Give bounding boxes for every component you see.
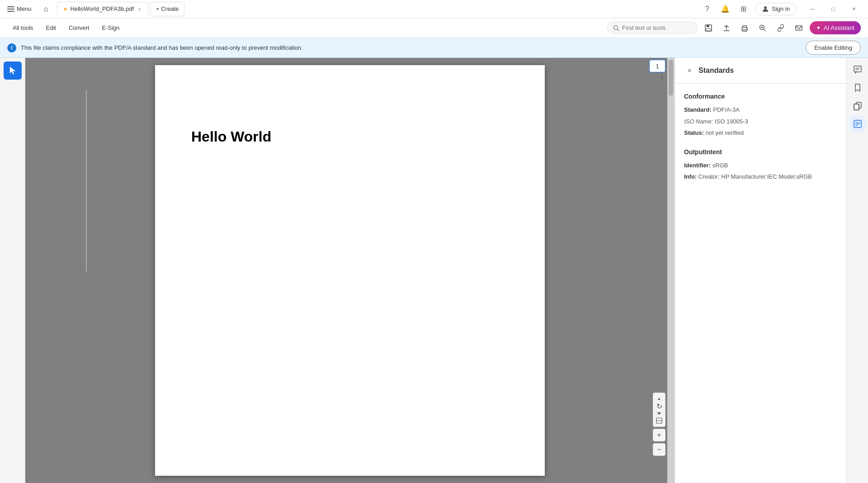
link-button[interactable] <box>774 21 788 35</box>
svg-point-8 <box>746 28 747 29</box>
iso-name-value: ISO 19005-3 <box>715 118 748 125</box>
svg-line-2 <box>618 29 619 31</box>
help-button[interactable]: ? <box>701 3 713 15</box>
help-icon: ? <box>705 5 709 13</box>
status-value: not yet verified <box>706 129 744 136</box>
zoom-in-icon: + <box>657 431 661 439</box>
refresh-button[interactable]: ↻ <box>653 400 665 412</box>
save-to-disk-button[interactable] <box>653 414 665 427</box>
sign-in-button[interactable]: Sign in <box>755 3 797 15</box>
info-icon: i <box>7 43 16 52</box>
search-box[interactable] <box>607 22 698 34</box>
zoom-out-icon: − <box>657 445 661 454</box>
refresh-icon: ↻ <box>656 402 662 411</box>
apps-button[interactable]: ⊞ <box>737 3 750 15</box>
tab-bar: ★ HelloWorld_PDFA3b.pdf × + Create <box>57 2 185 16</box>
standards-close-button[interactable]: × <box>684 65 695 76</box>
info-bar: i This file claims compliance with the P… <box>0 38 868 58</box>
main-layout: Hello World 1 ▲ ▼ ↻ <box>0 58 868 483</box>
home-icon: ⌂ <box>44 5 48 13</box>
tab-close-icon[interactable]: × <box>137 6 142 12</box>
save-button[interactable] <box>701 21 716 35</box>
left-panel <box>0 58 25 483</box>
link-icon <box>777 24 785 32</box>
minimize-button[interactable]: ─ <box>802 2 823 16</box>
standards-title: Standards <box>698 66 837 75</box>
share-button[interactable] <box>792 21 806 35</box>
convert-button[interactable]: Convert <box>63 22 95 34</box>
maximize-button[interactable]: □ <box>823 2 844 16</box>
all-tools-button[interactable]: All tools <box>7 22 39 34</box>
page-number-input[interactable] <box>649 60 665 72</box>
all-tools-label: All tools <box>13 24 33 31</box>
enable-editing-button[interactable]: Enable Editing <box>806 41 861 55</box>
conformance-section: Conformance Standard: PDF/A-3A ISO Name:… <box>684 93 837 137</box>
print-button[interactable] <box>737 21 752 35</box>
svg-rect-20 <box>854 104 859 110</box>
vertical-scrollbar[interactable] <box>667 58 675 483</box>
status-label: Status: <box>684 129 704 136</box>
esign-label: E-Sign <box>102 24 119 31</box>
ai-assistant-button[interactable]: ✦ AI Assistant <box>810 21 861 34</box>
notification-icon: 🔔 <box>721 5 730 13</box>
title-bar: Menu ⌂ ★ HelloWorld_PDFA3b.pdf × + Creat… <box>0 0 868 18</box>
sign-in-label: Sign in <box>772 5 790 12</box>
tab-label: HelloWorld_PDFA3b.pdf <box>71 5 134 12</box>
standards-panel: × Standards Conformance Standard: PDF/A-… <box>675 58 846 483</box>
copy-button[interactable] <box>849 98 866 114</box>
bookmark-button[interactable] <box>849 80 866 96</box>
magnifier-icon <box>759 24 767 32</box>
maximize-icon: □ <box>831 6 835 12</box>
standards-header: × Standards <box>675 58 846 84</box>
svg-line-10 <box>764 29 766 31</box>
save-icon <box>704 24 712 32</box>
close-button[interactable]: × <box>844 2 864 16</box>
standard-value: PDF/A-3A <box>713 106 740 113</box>
upload-button[interactable] <box>719 21 734 35</box>
conformance-title: Conformance <box>684 93 837 100</box>
edit-button[interactable]: Edit <box>41 22 61 34</box>
menu-button[interactable]: Menu <box>4 4 35 14</box>
create-label: Create <box>161 5 179 12</box>
comment-button[interactable] <box>849 62 866 78</box>
ai-assistant-label: AI Assistant <box>824 24 854 31</box>
zoom-button[interactable] <box>755 21 770 35</box>
create-button[interactable]: + Create <box>150 2 185 16</box>
bookmark-icon <box>853 83 862 92</box>
svg-rect-16 <box>854 66 861 72</box>
info-value: Creator: HP Manufacturer:IEC Model:sRGB <box>698 173 812 180</box>
identifier-value: sRGB <box>712 162 728 169</box>
standards-icon <box>853 119 862 128</box>
info-field: Info: Creator: HP Manufacturer:IEC Model… <box>684 172 837 181</box>
zoom-out-button[interactable]: − <box>653 443 665 456</box>
zoom-in-button[interactable]: + <box>653 429 665 441</box>
right-sidebar <box>846 58 868 483</box>
standards-body: Conformance Standard: PDF/A-3A ISO Name:… <box>675 84 846 483</box>
esign-button[interactable]: E-Sign <box>96 22 125 34</box>
pdf-area: Hello World 1 ▲ ▼ ↻ <box>25 58 675 483</box>
menu-label: Menu <box>17 5 32 12</box>
select-tool-button[interactable] <box>4 62 22 80</box>
ai-star-icon: ✦ <box>816 24 821 31</box>
pdf-scroll-area[interactable]: Hello World <box>25 58 675 483</box>
window-controls: ─ □ × <box>802 2 864 16</box>
convert-label: Convert <box>69 24 90 31</box>
toolbar-right: ✦ AI Assistant <box>607 21 861 35</box>
upload-icon <box>722 24 731 32</box>
standards-button[interactable] <box>849 116 866 132</box>
title-bar-right: ? 🔔 ⊞ Sign in ─ □ × <box>701 2 864 16</box>
output-intent-title: OutputIntent <box>684 148 837 156</box>
search-input[interactable] <box>622 24 685 31</box>
scroll-thumb[interactable] <box>669 60 673 96</box>
hamburger-icon <box>7 6 14 12</box>
home-button[interactable]: ⌂ <box>39 2 53 16</box>
identifier-label: Identifier: <box>684 162 711 169</box>
svg-point-1 <box>614 25 618 29</box>
pdf-page: Hello World <box>155 65 545 476</box>
close-icon: × <box>852 6 855 12</box>
toolbar: All tools Edit Convert E-Sign <box>0 18 868 38</box>
iso-name-label: ISO Name: <box>684 118 713 125</box>
apps-icon: ⊞ <box>741 5 746 13</box>
notification-button[interactable]: 🔔 <box>719 3 731 15</box>
tab-helloworldpdf[interactable]: ★ HelloWorld_PDFA3b.pdf × <box>57 2 148 16</box>
